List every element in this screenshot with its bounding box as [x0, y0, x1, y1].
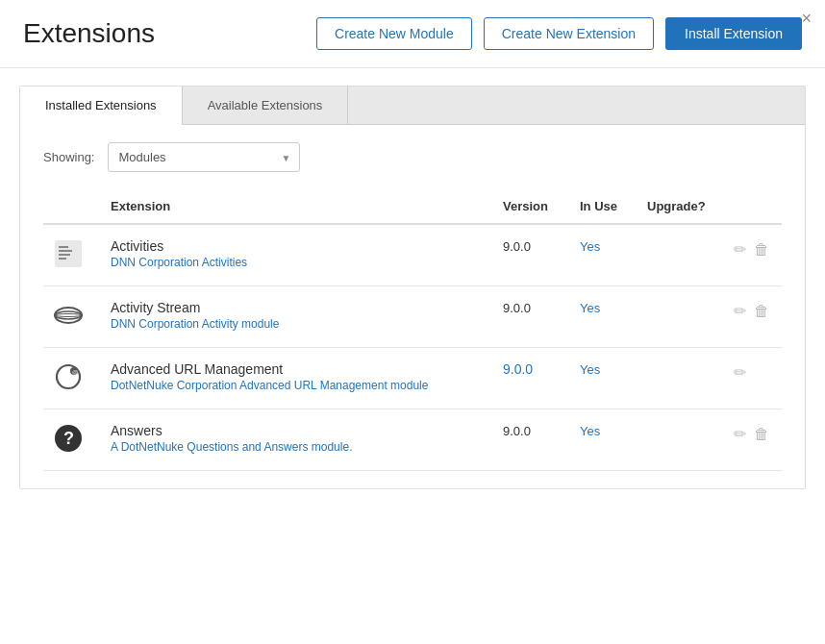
ext-name-cell: Answers A DotNetNuke Questions and Answe… [101, 409, 493, 471]
filter-label: Showing: [43, 150, 94, 164]
ext-inuse: Yes [580, 237, 600, 254]
col-header-extension: Extension [101, 191, 493, 224]
table-row: Activity Stream DNN Corporation Activity… [43, 286, 782, 348]
ext-action-icons: ✏🗑 [734, 423, 772, 443]
close-button[interactable]: × [801, 10, 812, 27]
svg-text:@: @ [72, 369, 78, 375]
install-extension-button[interactable]: Install Extension [665, 17, 802, 50]
edit-icon[interactable]: ✏ [734, 302, 746, 320]
answers-icon: ? [53, 441, 84, 457]
ext-icon-cell [43, 286, 101, 348]
create-extension-button[interactable]: Create New Extension [484, 17, 654, 50]
ext-desc: DotNetNuke Corporation Advanced URL Mana… [111, 379, 484, 392]
table-header-row: Extension Version In Use Upgrade? [43, 191, 782, 224]
activities-icon [53, 257, 84, 272]
ext-actions-cell: ✏🗑 [724, 224, 782, 286]
tab-available-extensions[interactable]: Available Extensions [183, 87, 349, 124]
delete-icon[interactable]: 🗑 [754, 241, 769, 259]
svg-point-7 [55, 314, 82, 317]
edit-icon[interactable]: ✏ [734, 240, 746, 259]
extensions-table: Extension Version In Use Upgrade? Activi… [43, 191, 782, 471]
page-header: Extensions Create New Module Create New … [0, 0, 825, 68]
advanced-url-icon: @ [53, 380, 84, 395]
ext-desc: A DotNetNuke Questions and Answers modul… [111, 440, 484, 454]
ext-actions-cell: ✏🗑 [724, 286, 782, 348]
col-header-version: Version [493, 191, 570, 224]
ext-version: 9.0.0 [503, 299, 531, 315]
ext-inuse: Yes [580, 360, 600, 377]
filter-select-wrapper: Modules All Skins Libraries [108, 142, 300, 172]
ext-name: Advanced URL Management [111, 361, 484, 377]
ext-action-icons: ✏🗑 [734, 238, 772, 259]
ext-actions-cell: ✏🗑 [724, 409, 782, 471]
filter-select[interactable]: Modules All Skins Libraries [108, 142, 300, 172]
activity-stream-icon [53, 318, 84, 334]
ext-version-cell: 9.0.0 [493, 224, 570, 286]
ext-upgrade-cell [638, 286, 724, 348]
ext-version: 9.0.0 [503, 422, 531, 438]
ext-upgrade-cell [638, 224, 724, 286]
tab-installed-extensions[interactable]: Installed Extensions [20, 87, 183, 125]
delete-icon[interactable]: 🗑 [754, 303, 769, 320]
ext-version-cell: 9.0.0 [493, 348, 570, 409]
page-title: Extensions [23, 18, 305, 49]
ext-version: 9.0.0 [503, 237, 531, 254]
col-header-inuse: In Use [570, 191, 638, 224]
ext-inuse: Yes [580, 299, 600, 315]
tab-content: Showing: Modules All Skins Libraries Ext… [20, 125, 805, 488]
ext-action-icons: ✏ [734, 361, 772, 382]
ext-icon-cell: @ [43, 348, 101, 409]
table-row: ? Answers A DotNetNuke Questions and Ans… [43, 409, 782, 471]
svg-rect-3 [59, 254, 70, 256]
ext-inuse-cell: Yes [570, 286, 638, 348]
tab-bar: Installed Extensions Available Extension… [20, 87, 805, 125]
col-header-upgrade: Upgrade? [638, 191, 724, 224]
svg-rect-4 [59, 258, 66, 260]
svg-point-6 [55, 311, 82, 319]
ext-name: Answers [111, 423, 484, 438]
ext-name-cell: Activity Stream DNN Corporation Activity… [101, 286, 493, 348]
col-header-actions [724, 191, 782, 224]
edit-icon[interactable]: ✏ [734, 363, 746, 382]
content-area: Installed Extensions Available Extension… [19, 86, 806, 489]
ext-desc: DNN Corporation Activity module [111, 317, 484, 331]
ext-inuse-cell: Yes [570, 348, 638, 409]
create-module-button[interactable]: Create New Module [316, 17, 472, 50]
ext-version: 9.0.0 [503, 361, 533, 377]
ext-inuse: Yes [580, 422, 600, 438]
edit-icon[interactable]: ✏ [734, 425, 746, 443]
svg-point-5 [55, 308, 82, 323]
ext-version-cell: 9.0.0 [493, 409, 570, 471]
ext-name: Activity Stream [111, 300, 484, 315]
ext-version-cell: 9.0.0 [493, 286, 570, 348]
table-row: Activities DNN Corporation Activities 9.… [43, 224, 782, 286]
ext-icon-cell: ? [43, 409, 101, 471]
ext-desc: DNN Corporation Activities [111, 256, 484, 269]
svg-text:?: ? [63, 429, 74, 448]
ext-name-cell: Activities DNN Corporation Activities [101, 224, 493, 286]
ext-inuse-cell: Yes [570, 224, 638, 286]
ext-name: Activities [111, 238, 484, 254]
ext-icon-cell [43, 224, 101, 286]
svg-rect-1 [59, 246, 68, 248]
ext-inuse-cell: Yes [570, 409, 638, 471]
ext-name-cell: Advanced URL Management DotNetNuke Corpo… [101, 348, 493, 409]
table-row: @ Advanced URL Management DotNetNuke Cor… [43, 348, 782, 409]
ext-upgrade-cell [638, 348, 724, 409]
ext-upgrade-cell [638, 409, 724, 471]
ext-action-icons: ✏🗑 [734, 300, 772, 320]
ext-actions-cell: ✏ [724, 348, 782, 409]
svg-rect-2 [59, 250, 72, 252]
delete-icon[interactable]: 🗑 [754, 426, 769, 443]
filter-row: Showing: Modules All Skins Libraries [43, 142, 782, 172]
col-header-icon [43, 191, 101, 224]
